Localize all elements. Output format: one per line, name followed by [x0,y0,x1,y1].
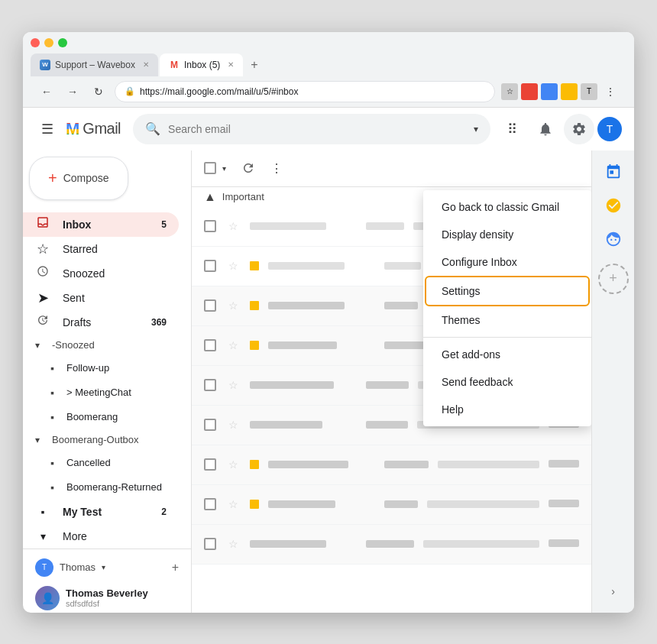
boomerang-outbox-header[interactable]: ▾ Boomerang-Outbox [23,429,191,451]
email-checkbox[interactable] [204,379,216,391]
right-sidebar-calendar-button[interactable] [598,157,629,187]
account-icon-button[interactable] [530,114,561,144]
sidebar-item-mytest[interactable]: ▪ My Test 2 [23,500,179,524]
settings-item-density[interactable]: Display density [423,221,591,248]
settings-item-classic[interactable]: Go back to classic Gmail [423,193,591,221]
settings-item-addons[interactable]: Get add-ons [423,341,591,368]
right-sidebar-add-button[interactable]: + [598,264,629,294]
sender-redacted [250,421,322,429]
back-button[interactable]: ← [37,82,57,102]
email-checkbox[interactable] [204,458,216,471]
email-star-icon[interactable]: ☆ [228,379,241,391]
settings-divider [423,337,591,338]
browser-menu-button[interactable]: ⋮ [600,82,620,102]
sidebar-item-cancelled[interactable]: ▪ Cancelled [23,451,179,475]
email-checkbox[interactable] [204,498,216,510]
lock-icon: 🔒 [125,86,135,96]
sidebar-item-starred[interactable]: ☆ Starred [23,237,179,261]
maximize-traffic-light[interactable] [58,38,67,47]
email-star-icon[interactable]: ☆ [228,538,241,550]
email-star-icon[interactable]: ☆ [228,299,241,312]
sidebar-item-followup[interactable]: ▪ Follow-up [23,356,179,380]
mytest-badge: 2 [161,506,167,517]
select-dropdown-button[interactable]: ▾ [218,160,231,177]
new-tab-button[interactable]: + [244,53,264,76]
email-star-icon[interactable]: ☆ [228,339,241,351]
folder-icon-3: ▪ [50,411,54,423]
sidebar-item-meetingchat[interactable]: ▪ > MeetingChat [23,380,179,405]
gmail-m-icon: M [66,119,79,139]
sidebar-item-more[interactable]: ▾ More [23,524,179,549]
browser-ext-1[interactable]: ☆ [501,83,518,100]
email-star-icon[interactable]: ☆ [228,498,241,510]
snoozed-section-header[interactable]: ▾ -Snoozed [23,335,191,356]
settings-button[interactable] [564,114,594,144]
email-checkbox[interactable] [204,260,216,272]
user-profile-row: 👤 Thomas Beverley sdfsdfdsf [35,586,179,610]
right-sidebar-expand-button[interactable]: › [598,576,629,607]
right-sidebar: + › [591,150,634,613]
sidebar-item-snoozed[interactable]: Snoozed [23,261,179,286]
settings-item-themes[interactable]: Themes [423,306,591,334]
email-checkbox[interactable] [204,419,216,431]
email-checkbox[interactable] [204,339,216,351]
browser-ext-3[interactable] [541,83,558,100]
browser-ext-2[interactable] [521,83,538,100]
bell-icon [538,121,553,137]
tab-wavebox-close[interactable]: ✕ [143,60,149,69]
boomerang-outbox-label: Boomerang-Outbox [52,434,138,445]
search-bar[interactable]: 🔍 ▾ [133,114,490,144]
avatar-button[interactable]: T [597,117,622,141]
hamburger-button[interactable]: ☰ [35,115,60,144]
apps-grid-button[interactable]: ⠿ [497,114,527,144]
settings-item-help[interactable]: Help [423,396,591,423]
refresh-button[interactable] [237,157,260,180]
inbox-label: Inbox [63,218,149,231]
settings-item-feedback[interactable]: Send feedback [423,368,591,396]
table-row[interactable]: ☆ [192,485,591,525]
sidebar-item-boomerang-returned[interactable]: ▪ Boomerang-Returned [23,475,179,500]
email-checkbox[interactable] [204,538,216,550]
subject-redacted [366,222,404,230]
settings-item-configure[interactable]: Configure Inbox [423,248,591,276]
account-avatar-small: T [35,558,53,577]
tab-wavebox[interactable]: W Support – Wavebox ✕ [31,53,158,76]
traffic-lights [31,38,626,47]
select-all-checkbox[interactable] [204,162,216,174]
right-sidebar-tasks-button[interactable] [598,190,629,221]
email-star-icon[interactable]: ☆ [228,419,241,431]
minimize-traffic-light[interactable] [44,38,53,47]
user-name: Thomas Beverley [66,587,148,599]
more-toolbar-button[interactable]: ⋮ [266,157,287,180]
sidebar-item-drafts[interactable]: Drafts 369 [23,310,179,335]
forward-button[interactable]: → [63,82,83,102]
sidebar-item-boomerang[interactable]: ▪ Boomerang [23,405,179,429]
account-dropdown-icon: ▾ [102,563,105,571]
email-star-icon[interactable]: ☆ [228,220,241,232]
sidebar-item-inbox[interactable]: Inbox 5 [23,212,179,237]
add-account-button[interactable]: + [172,561,179,574]
section-collapse-button[interactable]: ▲ [204,190,216,204]
snoozed-collapse-icon: ▾ [35,340,40,351]
sidebar-item-sent[interactable]: ➤ Sent [23,286,179,310]
compose-button[interactable]: + Compose [29,157,128,200]
email-checkbox[interactable] [204,220,216,232]
snoozed-label: Snoozed [63,267,167,280]
email-star-icon[interactable]: ☆ [228,458,241,471]
reload-button[interactable]: ↻ [89,82,108,102]
address-bar[interactable]: 🔒 https://mail.google.com/mail/u/5/#inbo… [115,81,495,102]
browser-ext-5[interactable]: T [581,83,597,100]
right-sidebar-contacts-button[interactable] [598,224,629,254]
browser-ext-4[interactable] [561,83,578,100]
settings-item-settings[interactable]: Settings [426,277,588,305]
account-switcher-row[interactable]: T Thomas ▾ + [35,555,179,580]
tab-gmail-close[interactable]: ✕ [228,60,234,69]
table-row[interactable]: ☆ [192,445,591,485]
email-checkbox[interactable] [204,299,216,312]
tab-gmail[interactable]: M Inbox (5) ✕ [160,53,243,76]
search-dropdown-arrow[interactable]: ▾ [474,124,478,134]
search-input[interactable] [168,123,466,135]
table-row[interactable]: ☆ [192,525,591,565]
close-traffic-light[interactable] [31,38,40,47]
email-star-icon[interactable]: ☆ [228,260,241,272]
